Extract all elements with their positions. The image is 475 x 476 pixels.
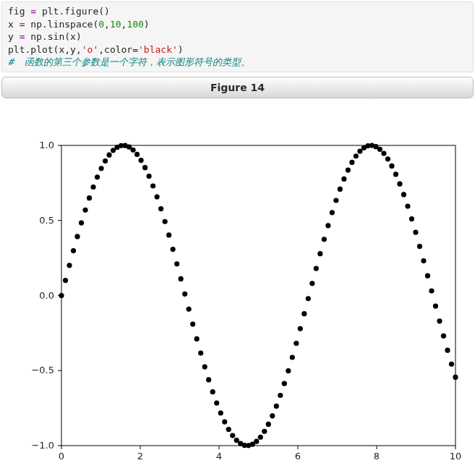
data-point: [166, 232, 171, 237]
data-point: [413, 229, 418, 234]
data-point: [103, 158, 108, 163]
data-point: [79, 220, 84, 225]
data-point: [130, 147, 135, 152]
figure-titlebar: Figure 14: [1, 77, 474, 98]
data-point: [354, 153, 359, 158]
data-point: [202, 364, 207, 369]
figure-title: Figure 14: [210, 82, 265, 93]
data-point: [218, 410, 223, 415]
data-point: [206, 377, 211, 382]
data-point: [262, 428, 267, 433]
data-point: [147, 174, 152, 179]
data-point: [134, 152, 140, 157]
y-tick-label: 0.0: [39, 289, 54, 300]
data-point: [63, 278, 68, 283]
data-point: [449, 361, 454, 366]
data-point: [357, 148, 362, 153]
data-point: [150, 183, 155, 188]
x-tick-label: 8: [374, 451, 380, 462]
number: 100: [127, 19, 143, 30]
comment: # 函数的第三个参数是一个字符，表示图形符号的类型。: [8, 56, 250, 67]
data-point: [87, 195, 92, 200]
data-point: [90, 184, 95, 190]
data-point: [226, 427, 231, 432]
data-point: [74, 234, 80, 239]
data-point: [59, 293, 64, 298]
code-text: y: [8, 31, 20, 42]
chart-svg: 0246810−1.0−0.50.00.51.0: [0, 98, 475, 467]
data-point: [405, 203, 410, 208]
axes-box: [61, 145, 455, 446]
data-point: [187, 306, 192, 311]
y-tick-label: 0.5: [39, 214, 54, 225]
string: 'black': [138, 44, 178, 55]
data-point: [194, 336, 200, 341]
x-tick-label: 6: [295, 451, 301, 462]
data-point: [71, 248, 76, 253]
code-text: ): [144, 19, 150, 30]
data-point: [309, 281, 314, 286]
data-point: [301, 311, 307, 316]
data-point: [409, 216, 414, 221]
data-point: [437, 318, 442, 323]
data-point: [258, 434, 263, 439]
y-tick-label: −1.0: [31, 440, 54, 451]
data-point: [179, 276, 184, 281]
data-point: [294, 341, 299, 346]
data-point: [98, 166, 103, 171]
plot-area: 0246810−1.0−0.50.00.51.0: [0, 98, 475, 467]
data-point: [389, 163, 394, 169]
data-point: [433, 303, 438, 308]
data-point: [290, 354, 295, 360]
data-point: [286, 368, 291, 373]
code-text: x: [8, 19, 20, 30]
code-text: plt.figure(): [36, 6, 110, 17]
code-text: ): [178, 44, 184, 55]
comma: ,: [104, 19, 110, 30]
data-point: [142, 165, 147, 170]
data-point: [314, 265, 319, 271]
data-point: [377, 146, 382, 151]
data-point: [325, 223, 330, 228]
data-point: [417, 244, 422, 249]
operator: =: [30, 6, 36, 17]
data-point: [139, 158, 144, 163]
data-point: [453, 375, 458, 380]
y-tick-label: 1.0: [39, 140, 54, 150]
x-tick-label: 4: [216, 451, 222, 462]
data-point: [190, 321, 195, 326]
x-tick-label: 10: [450, 451, 462, 462]
data-point: [429, 288, 434, 293]
data-point: [441, 333, 446, 338]
data-point: [397, 181, 402, 186]
data-point: [349, 160, 354, 165]
y-tick-label: −0.5: [31, 365, 54, 375]
data-point: [254, 438, 259, 443]
data-point: [222, 419, 227, 424]
code-cell: fig = plt.figure() x = np.linspace(0,10,…: [1, 1, 474, 72]
data-point: [393, 171, 398, 177]
data-point: [171, 247, 176, 252]
data-point: [330, 210, 335, 215]
data-point: [282, 381, 287, 386]
string: 'o': [82, 44, 98, 55]
data-point: [346, 167, 351, 172]
data-point: [381, 150, 386, 156]
data-point: [425, 273, 430, 278]
data-point: [278, 393, 283, 398]
data-point: [214, 400, 219, 405]
code-text: np.linspace(: [25, 19, 98, 30]
data-point: [266, 422, 271, 427]
data-point: [155, 194, 160, 199]
data-point: [333, 197, 338, 203]
data-point: [401, 192, 406, 197]
data-point: [317, 251, 322, 256]
data-point: [198, 350, 203, 355]
data-point: [163, 218, 168, 224]
x-tick-label: 2: [137, 451, 143, 462]
data-point: [182, 292, 187, 297]
data-point: [341, 177, 346, 182]
code-text: np.sin(x): [25, 31, 81, 42]
number: 0: [98, 19, 104, 30]
data-point: [338, 187, 343, 192]
